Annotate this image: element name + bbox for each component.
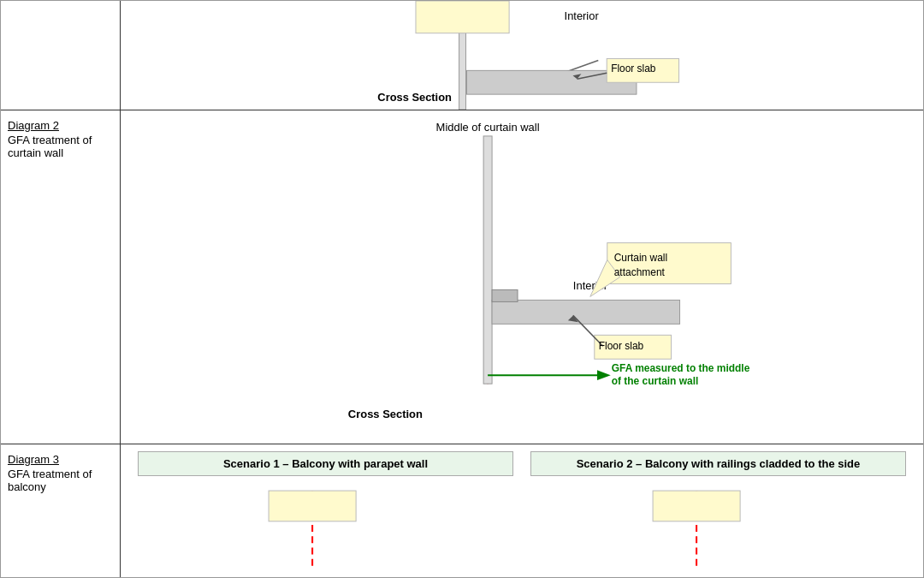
svg-text:of the curtain wall: of the curtain wall — [612, 375, 699, 387]
row2-content: Middle of curtain wall Interior Curtain … — [121, 110, 923, 444]
svg-text:Cross Section: Cross Section — [377, 91, 452, 104]
row1-interior-label: Interior — [565, 9, 600, 22]
scenario1-label: Scenario 1 – Balcony with parapet wall — [223, 457, 428, 470]
row1-label — [1, 1, 121, 110]
svg-rect-28 — [653, 491, 740, 521]
svg-text:GFA measured to the middle: GFA measured to the middle — [612, 362, 750, 374]
svg-rect-26 — [269, 491, 356, 521]
diagram3-scenarios: Scenario 1 – Balcony with parapet wall S… — [121, 444, 923, 483]
svg-rect-11 — [483, 136, 492, 384]
svg-text:Floor slab: Floor slab — [611, 63, 656, 74]
row2-label: Diagram 2 GFA treatment of curtain wall — [1, 110, 121, 444]
row2-title: Diagram 2 — [8, 119, 113, 132]
svg-rect-12 — [492, 300, 679, 324]
scenario1-svg — [138, 483, 522, 577]
row1-content: Interior Floor slab Cross Section — [121, 1, 923, 110]
row-2: Diagram 2 GFA treatment of curtain wall … — [1, 110, 923, 444]
svg-rect-13 — [492, 289, 518, 301]
scenario1-box: Scenario 1 – Balcony with parapet wall — [138, 451, 513, 476]
row3-content: Scenario 1 – Balcony with parapet wall S… — [121, 444, 923, 577]
diagram3-layout: Scenario 1 – Balcony with parapet wall S… — [121, 444, 923, 577]
scenario2-label: Scenario 2 – Balcony with railings cladd… — [577, 457, 861, 470]
row-1: Interior Floor slab Cross Section — [1, 1, 923, 110]
scenario2-svg — [522, 483, 906, 577]
scenario1-drawing — [138, 483, 522, 577]
diagram2-cross-section-label: Cross Section — [348, 408, 423, 420]
scenario2-box: Scenario 2 – Balcony with railings cladd… — [530, 451, 906, 476]
row3-title: Diagram 3 — [8, 453, 113, 466]
diagram2-svg: Middle of curtain wall Interior Curtain … — [121, 110, 923, 444]
svg-rect-8 — [416, 1, 509, 33]
row-3: Diagram 3 GFA treatment of balcony Scena… — [1, 444, 923, 577]
row2-subtitle: GFA treatment of curtain wall — [8, 134, 92, 159]
row1-svg: Interior Floor slab Cross Section — [121, 1, 923, 110]
svg-text:attachment: attachment — [614, 266, 666, 278]
svg-text:Floor slab: Floor slab — [599, 340, 644, 352]
row3-label: Diagram 3 GFA treatment of balcony — [1, 444, 121, 577]
middle-curtain-wall-label: Middle of curtain wall — [436, 121, 540, 134]
row3-subtitle: GFA treatment of balcony — [8, 468, 92, 493]
page: Interior Floor slab Cross Section Dia — [0, 0, 924, 578]
scenario2-drawing — [522, 483, 906, 577]
svg-text:Curtain wall: Curtain wall — [614, 252, 667, 264]
diagram3-drawings — [121, 483, 923, 577]
